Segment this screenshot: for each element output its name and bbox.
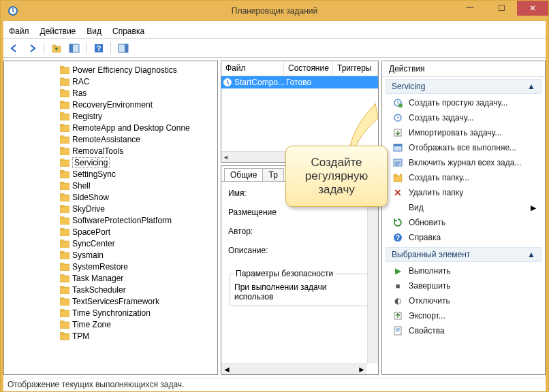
action-item[interactable]: Создать простую задачу... bbox=[386, 95, 542, 110]
svg-rect-56 bbox=[60, 332, 64, 334]
task-list-header: Файл Состояние Триггеры bbox=[221, 61, 378, 76]
action-icon bbox=[392, 97, 403, 108]
action-label: Свойства bbox=[409, 326, 445, 336]
action-item[interactable]: ?Справка bbox=[386, 230, 542, 245]
action-item[interactable]: Экспорт... bbox=[386, 308, 542, 323]
show-hide-tree-button[interactable] bbox=[66, 40, 82, 56]
action-item[interactable]: Отображать все выполняе... bbox=[386, 140, 542, 155]
collapse-icon: ▲ bbox=[527, 82, 535, 91]
column-triggers[interactable]: Триггеры bbox=[333, 61, 378, 76]
column-state[interactable]: Состояние bbox=[284, 61, 333, 76]
maximize-button[interactable] bbox=[486, 1, 517, 16]
tree-item[interactable]: RAC bbox=[7, 76, 217, 87]
tree-item[interactable]: SystemRestore bbox=[7, 261, 217, 272]
tree-item[interactable]: RecoveryEnvironment bbox=[7, 99, 217, 110]
svg-rect-35 bbox=[60, 218, 69, 225]
folder-icon bbox=[60, 263, 69, 271]
tree-item-label: RAC bbox=[72, 77, 89, 86]
tree-item[interactable]: Registry bbox=[7, 110, 217, 122]
action-label: Включить журнал всех зада... bbox=[409, 158, 521, 167]
tree-item-label: TPM bbox=[72, 331, 89, 341]
tree-item-label: SyncCenter bbox=[72, 239, 115, 248]
tree-item[interactable]: RemoteApp and Desktop Conne bbox=[7, 122, 217, 133]
tree-item[interactable]: SkyDrive bbox=[7, 203, 217, 214]
minimize-button[interactable] bbox=[454, 1, 486, 16]
action-item[interactable]: ◐Отключить bbox=[386, 293, 542, 308]
svg-text:?: ? bbox=[396, 234, 400, 242]
content-area: Power Efficiency DiagnosticsRACRasRecove… bbox=[3, 58, 546, 378]
action-icon: ✕ bbox=[392, 187, 403, 198]
tree-item[interactable]: Task Manager bbox=[7, 272, 217, 284]
svg-rect-8 bbox=[125, 44, 128, 52]
tree-item[interactable]: SoftwareProtectionPlatform bbox=[7, 214, 217, 226]
svg-rect-39 bbox=[60, 241, 69, 248]
tree-item[interactable]: SettingSync bbox=[7, 168, 217, 180]
action-item[interactable]: Вид▶ bbox=[386, 200, 542, 215]
show-hide-actions-button[interactable] bbox=[115, 40, 131, 56]
action-item[interactable]: Создать задачу... bbox=[386, 110, 542, 125]
actions-group-servicing[interactable]: Servicing ▲ bbox=[386, 79, 542, 94]
tree-item-label: Sysmain bbox=[72, 250, 104, 260]
help-button[interactable]: ? bbox=[91, 40, 106, 56]
action-item[interactable]: Включить журнал всех зада... bbox=[386, 155, 542, 170]
action-item[interactable]: ■Завершить bbox=[386, 278, 542, 293]
horizontal-scrollbar[interactable]: ◄► bbox=[221, 363, 367, 374]
back-button[interactable] bbox=[6, 40, 22, 56]
up-button[interactable] bbox=[48, 40, 64, 56]
tree-item[interactable]: Shell bbox=[7, 180, 217, 191]
menu-action[interactable]: Действие bbox=[40, 27, 76, 36]
folder-icon bbox=[60, 66, 69, 74]
action-item[interactable]: Обновить bbox=[386, 215, 542, 230]
actions-group-selected[interactable]: Выбранный элемент ▲ bbox=[386, 247, 542, 262]
action-icon bbox=[392, 127, 403, 138]
tree-item[interactable]: Servicing bbox=[7, 157, 217, 168]
folder-icon bbox=[60, 112, 69, 120]
tree-item[interactable]: SyncCenter bbox=[7, 238, 217, 249]
menu-help[interactable]: Справка bbox=[112, 27, 144, 36]
folder-icon bbox=[60, 297, 69, 306]
tree-item[interactable]: Time Zone bbox=[7, 318, 217, 330]
tree-item[interactable]: RemoteAssistance bbox=[7, 133, 217, 145]
tree-item[interactable]: Ras bbox=[7, 87, 217, 99]
tree-item[interactable]: Time Synchronization bbox=[7, 307, 217, 318]
action-label: Отображать все выполняе... bbox=[409, 143, 516, 152]
tree-pane[interactable]: Power Efficiency DiagnosticsRACRasRecove… bbox=[3, 61, 218, 375]
svg-rect-43 bbox=[60, 264, 69, 271]
tree-item[interactable]: TextServicesFramework bbox=[7, 295, 217, 307]
action-item[interactable]: ▶Выполнить bbox=[386, 263, 542, 278]
tree-item-label: SoftwareProtectionPlatform bbox=[72, 216, 172, 225]
tree-item[interactable]: TaskScheduler bbox=[7, 284, 217, 295]
action-item[interactable]: ✕Удалить папку bbox=[386, 185, 542, 200]
titlebar[interactable]: Планировщик заданий bbox=[1, 1, 548, 21]
action-icon: ◐ bbox=[392, 295, 403, 306]
svg-rect-50 bbox=[60, 297, 64, 299]
tab-general[interactable]: Общие bbox=[224, 168, 263, 181]
task-state: Готово bbox=[286, 78, 314, 87]
menu-file[interactable]: Файл bbox=[9, 27, 29, 36]
tree-item[interactable]: SpacePort bbox=[7, 226, 217, 238]
close-button[interactable] bbox=[517, 1, 548, 16]
svg-rect-32 bbox=[60, 193, 64, 195]
action-label: Обновить bbox=[409, 218, 445, 227]
forward-button[interactable] bbox=[24, 40, 40, 56]
action-item[interactable]: Свойства bbox=[386, 323, 542, 338]
svg-rect-49 bbox=[60, 299, 69, 306]
svg-rect-34 bbox=[60, 205, 64, 207]
action-item[interactable]: *Создать папку... bbox=[386, 170, 542, 185]
tree-item[interactable]: Power Efficiency Diagnostics bbox=[7, 64, 217, 76]
svg-rect-45 bbox=[60, 276, 69, 282]
svg-rect-33 bbox=[60, 206, 69, 213]
toolbar-divider bbox=[44, 42, 44, 54]
tree-item[interactable]: SideShow bbox=[7, 191, 217, 203]
task-row[interactable]: StartCompo... Готово bbox=[221, 76, 378, 88]
tree-item[interactable]: RemovalTools bbox=[7, 145, 217, 157]
tree-item-label: RemoteAssistance bbox=[72, 135, 140, 144]
tree-item[interactable]: TPM bbox=[7, 330, 217, 342]
label-description: Описание: bbox=[228, 246, 371, 255]
menu-view[interactable]: Вид bbox=[87, 27, 101, 36]
tree-item-label: RemovalTools bbox=[72, 146, 123, 156]
tree-item[interactable]: Sysmain bbox=[7, 249, 217, 261]
tab-triggers[interactable]: Тр bbox=[262, 168, 283, 181]
action-item[interactable]: Импортировать задачу... bbox=[386, 125, 542, 140]
column-file[interactable]: Файл bbox=[221, 61, 284, 76]
